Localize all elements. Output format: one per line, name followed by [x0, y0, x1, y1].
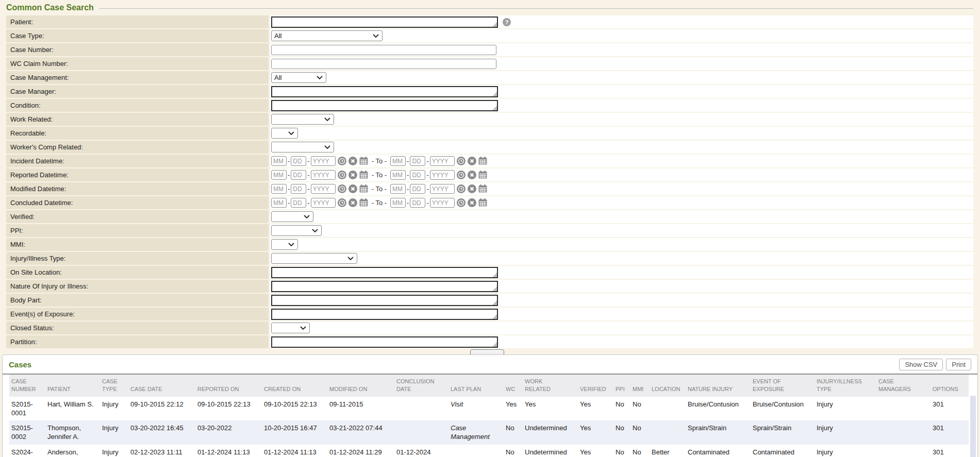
work-related-select[interactable] — [271, 114, 334, 125]
clock-icon[interactable] — [457, 171, 466, 179]
column-header-last-plan[interactable]: LAST PLAN — [451, 375, 506, 397]
resize-grip-icon[interactable] — [492, 314, 497, 319]
column-header-event-of-exposure[interactable]: EVENT OF EXPOSURE — [753, 375, 817, 397]
mmi-select[interactable] — [271, 239, 298, 250]
incident-datetime-from-month-input[interactable] — [271, 156, 287, 166]
reported-datetime-to-month-input[interactable] — [390, 170, 406, 180]
column-header-injury-illness-type[interactable]: INJURY/ILLNESS TYPE — [817, 375, 878, 397]
column-header-case-managers[interactable]: CASE MANAGERS — [878, 375, 933, 397]
clear-icon[interactable] — [468, 198, 476, 207]
table-row[interactable]: S2015-0002Thompson, Jennifer A.Injury03-… — [9, 420, 969, 445]
incident-datetime-to-day-input[interactable] — [410, 156, 425, 166]
clear-icon[interactable] — [468, 171, 476, 179]
column-header-mmi[interactable]: MMI — [633, 375, 652, 397]
concluded-datetime-from-month-input[interactable] — [271, 198, 287, 208]
clock-icon[interactable] — [338, 198, 346, 207]
column-header-reported-on[interactable]: REPORTED ON — [197, 375, 264, 397]
column-header-case-type[interactable]: CASE TYPE — [102, 375, 130, 397]
show-csv-button[interactable]: Show CSV — [899, 359, 943, 370]
clock-icon[interactable] — [457, 157, 466, 165]
modified-datetime-from-month-input[interactable] — [271, 184, 287, 194]
column-header-case-date[interactable]: CASE DATE — [130, 375, 197, 397]
reported-datetime-from-month-input[interactable] — [271, 170, 287, 180]
injury-illness-type-select[interactable] — [271, 253, 357, 264]
column-header-ppi[interactable]: PPI — [616, 375, 633, 397]
resize-grip-icon[interactable] — [492, 342, 497, 347]
column-header-options[interactable]: OPTIONS — [933, 375, 969, 397]
clear-icon[interactable] — [348, 171, 357, 179]
column-header-location[interactable]: LOCATION — [652, 375, 688, 397]
vertical-scrollbar[interactable] — [970, 396, 976, 457]
reported-datetime-to-day-input[interactable] — [410, 170, 425, 180]
column-header-modified-on[interactable]: MODIFIED ON — [329, 375, 396, 397]
modified-datetime-to-month-input[interactable] — [390, 184, 406, 194]
resize-grip-icon[interactable] — [492, 22, 497, 27]
verified-select[interactable] — [271, 211, 313, 222]
wc-claim-number-input[interactable] — [271, 59, 496, 69]
concluded-datetime-to-month-input[interactable] — [390, 198, 406, 208]
clock-icon[interactable] — [338, 184, 346, 193]
nature-of-injury-or-illness-field[interactable] — [271, 281, 498, 292]
column-header-conclusion-date[interactable]: CONCLUSION DATE — [396, 375, 451, 397]
calendar-icon[interactable] — [478, 184, 487, 193]
on-site-location-field[interactable] — [271, 267, 498, 278]
body-part-field[interactable] — [271, 295, 498, 306]
calendar-icon[interactable] — [478, 157, 487, 165]
resize-grip-icon[interactable] — [492, 273, 497, 277]
column-header-patient[interactable]: PATIENT — [47, 375, 102, 397]
concluded-datetime-to-year-input[interactable] — [430, 198, 455, 208]
clear-icon[interactable] — [348, 184, 357, 193]
calendar-icon[interactable] — [359, 198, 368, 207]
event-s-of-exposure-field[interactable] — [271, 309, 498, 320]
modified-datetime-from-year-input[interactable] — [311, 184, 336, 194]
calendar-icon[interactable] — [478, 171, 487, 179]
reported-datetime-to-year-input[interactable] — [430, 170, 455, 180]
table-row[interactable]: S2015-0001Hart, William S.Injury09-10-20… — [9, 397, 969, 421]
resize-grip-icon[interactable] — [492, 286, 497, 291]
incident-datetime-from-day-input[interactable] — [291, 156, 306, 166]
condition-field[interactable] — [271, 100, 498, 111]
column-header-created-on[interactable]: CREATED ON — [264, 375, 329, 397]
concluded-datetime-to-day-input[interactable] — [410, 198, 425, 208]
search-button[interactable] — [470, 349, 504, 354]
incident-datetime-to-month-input[interactable] — [390, 156, 406, 166]
modified-datetime-to-day-input[interactable] — [410, 184, 425, 194]
modified-datetime-from-day-input[interactable] — [291, 184, 306, 194]
clock-icon[interactable] — [338, 157, 346, 165]
modified-datetime-to-year-input[interactable] — [430, 184, 455, 194]
column-header-verified[interactable]: VERIFIED — [580, 375, 616, 397]
column-header-case-number[interactable]: CASE NUMBER — [9, 375, 47, 397]
clear-icon[interactable] — [348, 157, 357, 165]
case-management-select[interactable]: All — [271, 72, 326, 83]
clock-icon[interactable] — [457, 184, 466, 193]
print-button[interactable]: Print — [946, 359, 971, 370]
help-icon[interactable]: ? — [503, 18, 511, 26]
concluded-datetime-from-day-input[interactable] — [291, 198, 306, 208]
case-manager-field[interactable] — [271, 86, 498, 97]
concluded-datetime-from-year-input[interactable] — [311, 198, 336, 208]
clock-icon[interactable] — [457, 198, 466, 207]
calendar-icon[interactable] — [359, 171, 368, 179]
calendar-icon[interactable] — [359, 157, 368, 165]
column-header-work-related[interactable]: WORK RELATED — [525, 375, 580, 397]
reported-datetime-from-day-input[interactable] — [291, 170, 306, 180]
ppi-select[interactable] — [271, 225, 322, 236]
recordable-select[interactable] — [271, 128, 298, 139]
clock-icon[interactable] — [338, 171, 346, 179]
table-row[interactable]: S2024-0001Anderson, FrederickInjury NO02… — [9, 445, 969, 457]
resize-grip-icon[interactable] — [492, 92, 497, 96]
calendar-icon[interactable] — [478, 198, 487, 207]
patient-field[interactable] — [271, 16, 498, 28]
clear-icon[interactable] — [348, 198, 357, 207]
closed-status-select[interactable] — [271, 323, 310, 333]
worker-s-comp-related-select[interactable] — [271, 142, 334, 153]
incident-datetime-from-year-input[interactable] — [311, 156, 336, 166]
partition-field[interactable] — [271, 336, 498, 348]
resize-grip-icon[interactable] — [492, 300, 497, 305]
column-header-nature-injury[interactable]: NATURE INJURY — [688, 375, 753, 397]
incident-datetime-to-year-input[interactable] — [430, 156, 455, 166]
clear-icon[interactable] — [468, 157, 476, 165]
column-header-wc[interactable]: WC — [506, 375, 525, 397]
case-type-select[interactable]: All — [271, 30, 383, 41]
resize-grip-icon[interactable] — [492, 106, 497, 110]
